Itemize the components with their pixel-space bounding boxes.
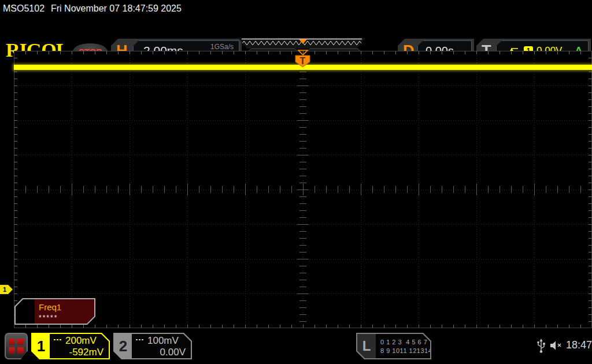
channel-1-number: 1 — [31, 333, 51, 359]
status-bar: MSO5102 Fri November 07 18:47:59 2025 — [0, 0, 592, 17]
header-bar: RIGOL STOP H 2.00ms 1GSa/s 20Mpts Measur… — [0, 17, 592, 49]
channel-2-values: 100mV 0.00V — [132, 334, 191, 358]
logic-row-2: 8 9 1011 12131415 — [380, 347, 440, 354]
sample-rate: 1GSa/s — [210, 43, 234, 51]
channel-1-status-button[interactable]: 1 200mV -592mV — [31, 333, 110, 359]
channel-1-values: 200mV -592mV — [50, 334, 109, 358]
channel-2-offset: 0.00V — [132, 347, 191, 358]
measurement-value: ***** — [39, 314, 58, 322]
grid-display-icon-squares — [9, 339, 24, 354]
bottom-bar: 1 200mV -592mV 2 100mV 0.00V L 0 1 2 3 4… — [0, 330, 592, 364]
channel-1-offset: -592mV — [50, 347, 109, 358]
logic-channels-button[interactable]: L 0 1 2 3 4 5 6 7 8 9 1011 12131415 — [356, 333, 431, 359]
channel-2-scale: 100mV — [147, 335, 179, 346]
ch1-ground-marker-label: 1 — [3, 286, 6, 293]
model-name: MSO5102 — [3, 3, 45, 14]
measurement-item-freq1[interactable]: Freq1 ***** — [14, 298, 95, 325]
trigger-marker-letter: T — [300, 56, 306, 66]
logic-channels-shell: L 0 1 2 3 4 5 6 7 8 9 1011 12131415 — [357, 334, 430, 358]
measurement-title: Freq1 — [39, 302, 61, 312]
oscilloscope-screen: MSO5102 Fri November 07 18:47:59 2025 RI… — [0, 0, 592, 364]
dc-coupling-icon — [54, 339, 62, 344]
usb-icon — [536, 339, 546, 354]
logic-channel-list: 0 1 2 3 4 5 6 7 8 9 1011 12131415 — [376, 334, 430, 358]
logic-row-1: 0 1 2 3 4 5 6 7 — [380, 339, 427, 346]
grid-display-icon[interactable] — [5, 333, 28, 359]
trigger-marker-icon[interactable]: T — [293, 50, 313, 68]
channel-2-status-button[interactable]: 2 100mV 0.00V — [113, 333, 192, 359]
channel-2-number: 2 — [113, 333, 133, 359]
speaker-muted-icon — [550, 340, 564, 351]
clock: 18:47 — [566, 339, 592, 351]
waveform-overview-strip[interactable] — [238, 38, 365, 49]
ch1-ground-marker[interactable]: 1 — [0, 285, 13, 294]
graticule — [14, 51, 592, 328]
system-datetime: Fri November 07 18:47:59 2025 — [51, 3, 182, 14]
grid-lines — [14, 51, 592, 328]
measurement-panel-face: Freq1 ***** — [16, 299, 94, 324]
waveform-overview-icon — [238, 38, 365, 49]
logic-label: L — [357, 334, 376, 358]
dc-coupling-icon — [136, 339, 145, 344]
channel-1-scale: 200mV — [65, 335, 97, 346]
